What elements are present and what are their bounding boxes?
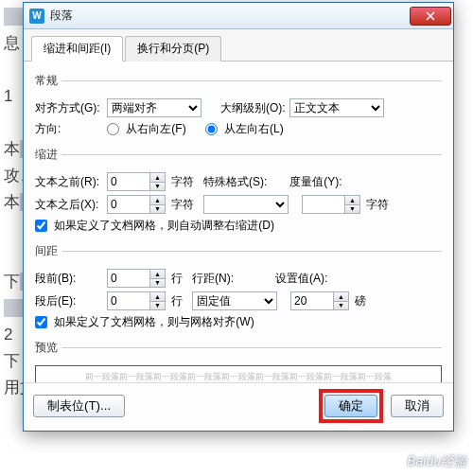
indent-before-spinner[interactable]: ▲▼ [107, 172, 166, 191]
tab-indent-spacing[interactable]: 缩进和间距(I) [31, 36, 123, 62]
direction-label: 方向: [35, 121, 103, 137]
spin-down-icon[interactable]: ▼ [150, 279, 165, 288]
dir-rtl-option[interactable]: 从右向左(F) [107, 121, 186, 137]
section-preview: 预览 前一段落前一段落前一段落前一段落前一段落前一段落前一段落前一段落前一段落 … [35, 340, 442, 382]
close-button[interactable] [410, 7, 451, 26]
dir-ltr-option[interactable]: 从左向右(L) [205, 121, 284, 137]
legend-indent: 缩进 [35, 147, 61, 163]
spin-down-icon[interactable]: ▼ [150, 205, 165, 214]
dir-ltr-radio[interactable] [205, 123, 218, 135]
app-icon: W [29, 9, 44, 24]
indent-grid-option[interactable]: 如果定义了文档网格，则自动调整右缩进(D) [35, 218, 274, 234]
special-select[interactable] [203, 195, 289, 214]
spin-down-icon[interactable]: ▼ [150, 183, 165, 191]
tab-row: 缩进和间距(I) 换行和分页(P) [24, 29, 453, 62]
ok-button[interactable]: 确定 [324, 395, 377, 417]
setat-label: 设置值(A): [275, 271, 327, 287]
titlebar[interactable]: W 段落 [24, 3, 453, 29]
spin-up-icon[interactable]: ▲ [334, 292, 348, 302]
spin-up-icon[interactable]: ▲ [150, 292, 165, 302]
unit-char: 字符 [171, 174, 194, 190]
paragraph-dialog: W 段落 缩进和间距(I) 换行和分页(P) 常规 对齐方式(G): 两端对齐 … [23, 2, 454, 432]
unit-char: 字符 [171, 197, 194, 213]
unit-char: 字符 [366, 197, 389, 213]
section-general: 常规 对齐方式(G): 两端对齐 大纲级别(O): 正文文本 方向: 从右向左(… [35, 73, 442, 141]
space-after-spinner[interactable]: ▲▼ [107, 291, 166, 310]
dir-rtl-radio[interactable] [107, 123, 119, 135]
measure-label: 度量值(Y): [289, 174, 342, 190]
ok-highlight: 确定 [319, 389, 383, 423]
indent-grid-checkbox[interactable] [35, 220, 47, 232]
legend-preview: 预览 [35, 340, 61, 356]
tab-line-page-breaks[interactable]: 换行和分页(P) [125, 36, 221, 62]
preview-box: 前一段落前一段落前一段落前一段落前一段落前一段落前一段落前一段落前一段落 前一段… [35, 365, 442, 382]
setat-input[interactable] [291, 292, 333, 309]
indent-after-label: 文本之后(X): [35, 197, 103, 213]
spin-down-icon[interactable]: ▼ [345, 205, 359, 214]
legend-spacing: 间距 [35, 243, 61, 259]
align-select[interactable]: 两端对齐 [107, 98, 201, 117]
tabs-button[interactable]: 制表位(T)... [33, 395, 125, 417]
section-spacing: 间距 段前(B): ▲▼ 行 行距(N): 设置值(A): 段后(E): ▲▼ … [35, 243, 442, 334]
measure-input[interactable] [303, 196, 344, 213]
spin-up-icon[interactable]: ▲ [150, 270, 165, 279]
unit-line: 行 [171, 293, 183, 309]
spin-up-icon[interactable]: ▲ [345, 196, 359, 205]
indent-after-input[interactable] [108, 196, 149, 213]
space-before-input[interactable] [108, 270, 149, 287]
cancel-button[interactable]: 取消 [391, 395, 444, 417]
space-before-label: 段前(B): [35, 271, 103, 287]
setat-unit: 磅 [355, 293, 366, 309]
linespacing-label: 行距(N): [192, 271, 234, 287]
indent-before-input[interactable] [108, 173, 149, 190]
spacing-grid-checkbox[interactable] [35, 316, 47, 328]
space-after-input[interactable] [108, 292, 149, 309]
space-before-spinner[interactable]: ▲▼ [107, 269, 166, 288]
outline-select[interactable]: 正文文本 [289, 98, 384, 117]
spacing-grid-option[interactable]: 如果定义了文档网格，则与网格对齐(W) [35, 314, 254, 330]
spin-down-icon[interactable]: ▼ [150, 302, 165, 310]
dialog-title: 段落 [50, 8, 73, 24]
close-icon [426, 11, 435, 21]
space-after-label: 段后(E): [35, 293, 103, 309]
indent-after-spinner[interactable]: ▲▼ [107, 195, 166, 214]
special-label: 特殊格式(S): [203, 174, 267, 190]
setat-spinner[interactable]: ▲▼ [290, 291, 349, 310]
measure-spinner[interactable]: ▲▼ [302, 195, 360, 214]
dialog-button-row: 制表位(T)... 确定 取消 [24, 382, 453, 431]
unit-line: 行 [171, 271, 183, 287]
spin-up-icon[interactable]: ▲ [150, 173, 165, 183]
linespacing-select[interactable]: 固定值 [192, 291, 277, 310]
spin-down-icon[interactable]: ▼ [334, 302, 348, 310]
outline-label: 大纲级别(O): [220, 100, 286, 116]
section-indent: 缩进 文本之前(R): ▲▼ 字符 特殊格式(S): 度量值(Y): 文本之后(… [35, 147, 442, 238]
legend-general: 常规 [35, 73, 61, 89]
spin-up-icon[interactable]: ▲ [150, 196, 165, 205]
indent-before-label: 文本之前(R): [35, 174, 103, 190]
align-label: 对齐方式(G): [35, 100, 103, 116]
